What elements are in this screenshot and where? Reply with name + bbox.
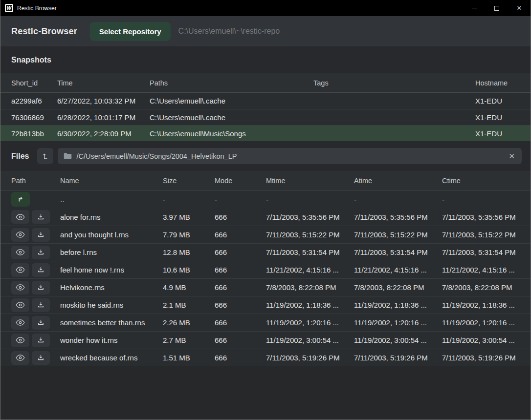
current-path-field[interactable]: /C/Users/emuell/Music/Songs/2004_Helveti… [58,148,522,164]
current-path-value: /C/Users/emuell/Music/Songs/2004_Helveti… [76,152,508,160]
file-ctime: 7/11/2003, 5:15:22 PM [442,231,520,239]
files-section-header: Files /C/Users/emuell/Music/Songs/2004_H… [0,141,531,171]
file-ctime: 11/19/2002, 1:20:16 ... [442,318,520,327]
preview-file-button[interactable] [11,228,29,242]
snapshot-row[interactable]: a2299af6 6/27/2022, 10:03:32 PM C:\Users… [0,93,531,109]
tree-view-toggle-button[interactable] [37,148,53,164]
files-parent-row: .. - - - - - [0,190,531,208]
file-atime: 11/19/2002, 1:20:16 ... [354,318,442,327]
download-file-button[interactable] [32,281,50,294]
snapshot-row[interactable]: 76306869 6/28/2022, 10:01:17 PM C:\Users… [0,109,531,125]
download-icon [37,213,44,221]
file-name[interactable]: Helvikone.rns [60,283,163,292]
file-atime: 11/21/2002, 4:15:16 ... [354,266,442,274]
download-file-button[interactable] [32,351,50,365]
preview-file-button[interactable] [11,246,29,259]
eye-icon [16,336,25,344]
preview-file-button[interactable] [11,298,29,312]
file-atime: 7/11/2003, 5:19:26 PM [354,354,442,362]
eye-icon [16,249,25,256]
app-header: Restic-Browser Select Repository C:\User… [0,16,531,46]
minimize-button[interactable] [463,0,486,16]
file-size: 10.6 MB [163,266,215,274]
file-mode: 666 [215,301,266,309]
close-button[interactable]: ✕ [508,0,531,16]
snapshot-time: 6/28/2022, 10:01:17 PM [57,113,150,122]
file-ctime: 11/19/2002, 1:18:36 ... [442,301,520,309]
file-mtime: 11/19/2002, 1:20:16 ... [266,318,354,327]
col-paths: Paths [150,79,313,87]
file-size: 1.51 MB [163,354,215,362]
file-name[interactable]: wonder how it.rns [60,336,163,344]
tree-list-icon [41,152,50,161]
preview-file-button[interactable] [11,334,29,347]
file-name[interactable]: before l.rns [60,248,163,256]
file-row: Helvikone.rns 4.9 MB 666 7/8/2003, 8:22:… [0,278,531,296]
snapshot-paths: C:\Users\emuell\.cache [150,113,313,122]
up-directory-arrow-icon [17,195,25,204]
file-atime: 7/11/2003, 5:35:56 PM [354,213,442,221]
file-size: 2.1 MB [163,301,215,309]
download-icon [37,284,44,291]
clear-path-icon[interactable]: ✕ [508,152,516,161]
snapshot-hostname: X1-EDU [475,129,520,138]
file-name[interactable]: alone for.rns [60,213,163,221]
download-file-button[interactable] [32,334,50,347]
parent-dir-size: - [163,195,215,204]
download-icon [37,319,44,326]
file-name[interactable]: and you thought l.rns [60,231,163,239]
snapshot-short-id: 72b813bb [11,129,57,138]
preview-file-button[interactable] [11,281,29,294]
maximize-icon [494,6,499,11]
file-name[interactable]: moskito he said.rns [60,301,163,309]
file-size: 7.79 MB [163,231,215,239]
close-icon: ✕ [517,4,522,12]
file-mode: 666 [215,213,266,221]
file-mode: 666 [215,318,266,327]
download-file-button[interactable] [32,246,50,259]
col-time: Time [57,79,150,87]
parent-dir-mtime: - [266,195,354,204]
col-short-id: Short_id [11,79,57,87]
eye-icon [16,301,25,309]
snapshot-row[interactable]: 72b813bb 6/30/2022, 2:28:09 PM C:\Users\… [0,125,531,141]
file-name[interactable]: feel home now !.rns [60,266,163,274]
preview-file-button[interactable] [11,351,29,365]
preview-file-button[interactable] [11,263,29,277]
file-atime: 7/11/2003, 5:31:54 PM [354,248,442,256]
snapshots-table-body: a2299af6 6/27/2022, 10:03:32 PM C:\Users… [0,93,531,141]
file-mtime: 11/19/2002, 3:00:54 ... [266,336,354,344]
snapshot-short-id: 76306869 [11,113,57,122]
eye-icon [16,213,25,221]
download-file-button[interactable] [32,316,50,330]
preview-file-button[interactable] [11,316,29,330]
download-file-button[interactable] [32,298,50,312]
titlebar: W Restic Browser ✕ [0,0,531,16]
file-name[interactable]: sometimes better than.rns [60,318,163,327]
file-mode: 666 [215,248,266,256]
col-atime: Atime [354,177,442,185]
file-row: alone for.rns 3.97 MB 666 7/11/2003, 5:3… [0,208,531,226]
maximize-button[interactable] [486,0,508,16]
preview-file-button[interactable] [11,210,29,224]
snapshot-paths: C:\Users\emuell\.cache [150,97,313,105]
files-table-header: Path Name Size Mode Mtime Atime Ctime [0,171,531,190]
download-file-button[interactable] [32,228,50,242]
go-up-directory-button[interactable] [11,192,30,207]
snapshot-hostname: X1-EDU [475,113,520,122]
parent-dir-ctime: - [442,195,520,204]
file-name[interactable]: wrecked because of.rns [60,354,163,362]
file-atime: 11/19/2002, 3:00:54 ... [354,336,442,344]
snapshot-paths: C:\Users\emuell\Music\Songs [150,129,313,138]
download-file-button[interactable] [32,210,50,224]
download-file-button[interactable] [32,263,50,277]
eye-icon [16,266,25,273]
repository-path: C:\Users\emuell\~\restic-repo [178,27,280,36]
parent-dir-name[interactable]: .. [60,195,163,204]
page-title: Restic-Browser [11,26,77,37]
eye-icon [16,354,25,361]
select-repository-button[interactable]: Select Repository [90,22,171,41]
file-row: before l.rns 12.8 MB 666 7/11/2003, 5:31… [0,243,531,261]
minimize-icon [472,8,477,8]
parent-dir-mode: - [215,195,266,204]
